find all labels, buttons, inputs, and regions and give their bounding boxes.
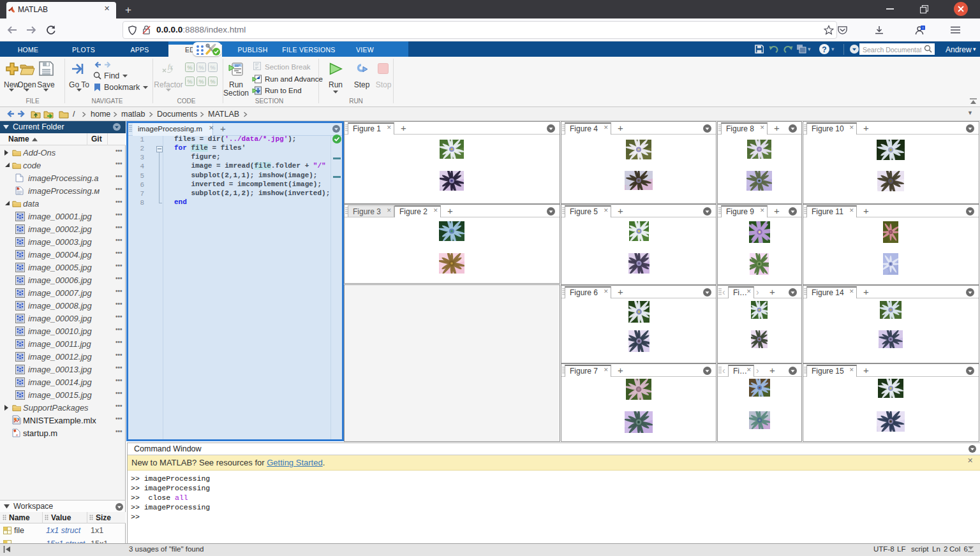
svg-text:%: % <box>210 64 215 71</box>
svg-text:%: % <box>198 64 204 71</box>
svg-text:?: ? <box>822 45 826 54</box>
svg-text:%: % <box>210 78 215 85</box>
svg-text:%: % <box>187 64 192 71</box>
svg-text:%: % <box>187 78 192 85</box>
svg-text:%: % <box>198 78 204 85</box>
